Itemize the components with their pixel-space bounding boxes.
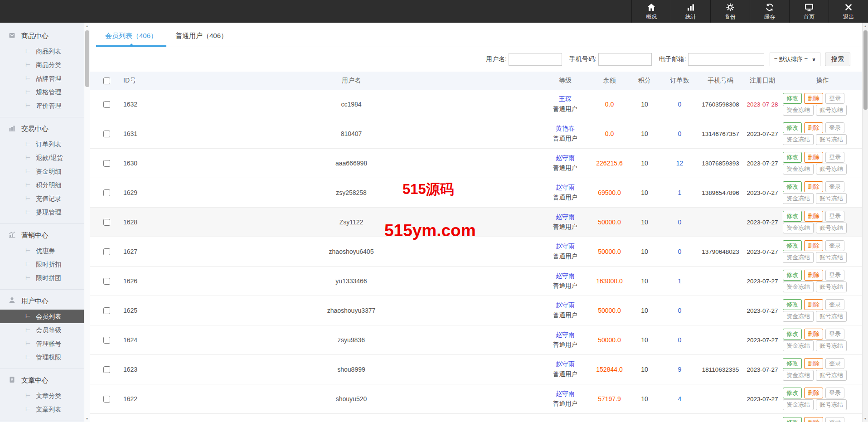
sidebar-item[interactable]: ⊢商品分类 [0,58,84,72]
sidebar-item[interactable]: ⊢管理帐号 [0,337,84,350]
main-scroll-thumb[interactable] [863,30,868,110]
scroll-down-icon[interactable]: ▼ [863,417,868,420]
login-button[interactable]: 登录 [825,93,844,104]
sidebar-item[interactable]: ⊢资金明细 [0,165,84,178]
level-name-link[interactable]: 赵守雨 [540,272,590,280]
freeze-funds-button[interactable]: 资金冻结 [783,164,814,175]
row-orders[interactable]: 4 [660,395,699,403]
topnav-stats[interactable]: 统计 [671,0,710,23]
edit-button[interactable]: 修改 [783,93,802,104]
edit-button[interactable]: 修改 [783,211,802,222]
level-name-link[interactable]: 赵守雨 [540,390,590,398]
freeze-account-button[interactable]: 账号冻结 [816,164,847,175]
freeze-account-button[interactable]: 账号冻结 [816,399,847,410]
level-name-link[interactable]: 黄艳春 [540,125,590,133]
sidebar-item[interactable]: ⊢商品列表 [0,44,84,58]
sidebar-scrollbar[interactable]: ▲ ▼ [84,23,90,422]
sidebar-item[interactable]: ⊢评价管理 [0,99,84,112]
freeze-funds-button[interactable]: 资金冻结 [783,281,814,292]
sidebar-item[interactable]: ⊢文章分类 [0,389,84,403]
topnav-logout[interactable]: 退出 [829,0,868,23]
login-button[interactable]: 登录 [825,152,844,163]
login-button[interactable]: 登录 [825,388,844,398]
level-name-link[interactable]: 赵守雨 [540,213,590,221]
delete-button[interactable]: 删除 [804,388,823,398]
topnav-backup[interactable]: 备份 [710,0,750,23]
row-orders[interactable]: 0 [660,101,699,108]
login-button[interactable]: 登录 [825,211,844,222]
row-checkbox[interactable] [103,189,110,196]
sidebar-section-title[interactable]: 用户中心 [0,292,84,310]
email-input[interactable] [688,53,764,66]
scroll-down-icon[interactable]: ▼ [84,417,90,420]
login-button[interactable]: 登录 [825,122,844,133]
delete-button[interactable]: 删除 [804,358,823,369]
freeze-account-button[interactable]: 账号冻结 [816,252,847,263]
delete-button[interactable]: 删除 [804,299,823,310]
delete-button[interactable]: 删除 [804,211,823,222]
search-button[interactable]: 搜索 [825,53,850,66]
sidebar-item[interactable]: ⊢优惠券 [0,244,84,257]
freeze-funds-button[interactable]: 资金冻结 [783,223,814,233]
tab-member-list[interactable]: 会员列表（406） [96,28,166,47]
login-button[interactable]: 登录 [825,358,844,369]
freeze-funds-button[interactable]: 资金冻结 [783,340,814,351]
level-name-link[interactable]: 赵守雨 [540,301,590,310]
sidebar-item[interactable]: ⊢订单列表 [0,137,84,151]
sidebar-section-title[interactable]: 交易中心 [0,120,84,137]
freeze-account-button[interactable]: 账号冻结 [816,340,847,351]
username-input[interactable] [509,53,562,66]
row-orders[interactable]: 0 [660,218,699,226]
freeze-account-button[interactable]: 账号冻结 [816,193,847,204]
row-checkbox[interactable] [103,160,110,167]
freeze-account-button[interactable]: 账号冻结 [816,370,847,381]
row-checkbox[interactable] [103,337,110,344]
row-checkbox[interactable] [103,366,110,373]
edit-button[interactable]: 修改 [783,388,802,398]
delete-button[interactable]: 删除 [804,240,823,251]
sidebar-item[interactable]: ⊢文章列表 [0,403,84,416]
edit-button[interactable]: 修改 [783,417,802,422]
delete-button[interactable]: 删除 [804,93,823,104]
login-button[interactable]: 登录 [825,240,844,251]
freeze-account-button[interactable]: 账号冻结 [816,105,847,116]
freeze-account-button[interactable]: 账号冻结 [816,311,847,322]
sidebar-item[interactable]: ⊢限时折扣 [0,257,84,271]
phone-input[interactable] [598,53,652,66]
sidebar-item[interactable]: ⊢提现管理 [0,205,84,219]
row-orders[interactable]: 9 [660,366,699,373]
sort-select[interactable]: = 默认排序 = ∨ [770,53,820,66]
freeze-funds-button[interactable]: 资金冻结 [783,311,814,322]
freeze-account-button[interactable]: 账号冻结 [816,281,847,292]
row-checkbox[interactable] [103,248,110,255]
topnav-overview[interactable]: 概况 [631,0,671,23]
row-orders[interactable]: 1 [660,189,699,196]
sidebar-item[interactable]: ⊢会员等级 [0,323,84,337]
level-name-link[interactable]: 赵守雨 [540,360,590,369]
sidebar-item[interactable]: ⊢品牌管理 [0,72,84,85]
row-checkbox[interactable] [103,131,110,137]
level-name-link[interactable]: 赵守雨 [540,154,590,162]
main-scrollbar[interactable]: ▲ ▼ [862,23,868,422]
freeze-funds-button[interactable]: 资金冻结 [783,370,814,381]
edit-button[interactable]: 修改 [783,329,802,340]
edit-button[interactable]: 修改 [783,122,802,133]
sidebar-item[interactable]: ⊢积分明细 [0,178,84,192]
login-button[interactable]: 登录 [825,181,844,192]
sidebar-item[interactable]: ⊢管理权限 [0,350,84,364]
edit-button[interactable]: 修改 [783,181,802,192]
freeze-funds-button[interactable]: 资金冻结 [783,399,814,410]
edit-button[interactable]: 修改 [783,299,802,310]
scroll-up-icon[interactable]: ▲ [84,24,90,28]
edit-button[interactable]: 修改 [783,358,802,369]
delete-button[interactable]: 删除 [804,122,823,133]
sidebar-item[interactable]: ⊢会员列表 [0,310,84,323]
sidebar-section-title[interactable]: 商品中心 [0,27,84,44]
row-orders[interactable]: 0 [660,336,699,344]
sidebar-section-title[interactable]: 营销中心 [0,227,84,244]
row-orders[interactable]: 0 [660,307,699,314]
freeze-funds-button[interactable]: 资金冻结 [783,134,814,145]
select-all-checkbox[interactable] [103,78,110,84]
login-button[interactable]: 登录 [825,329,844,340]
level-name-link[interactable]: 赵守雨 [540,243,590,251]
